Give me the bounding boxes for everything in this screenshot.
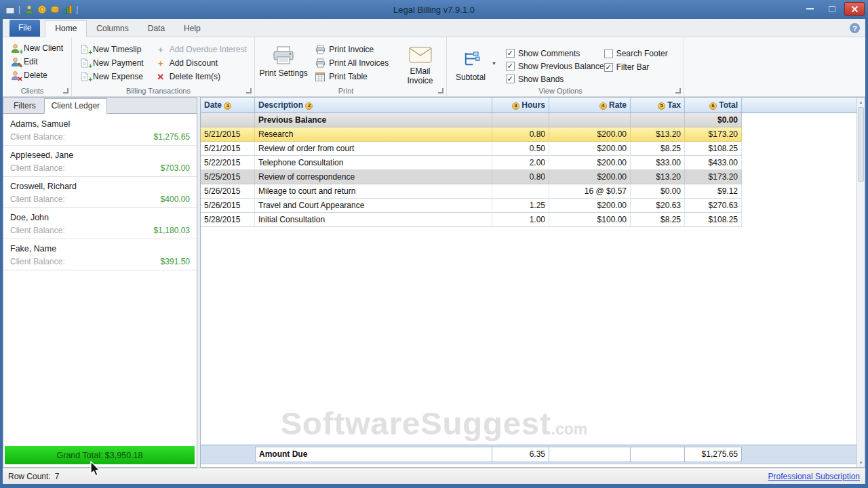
table-cell[interactable]: [201, 113, 255, 127]
edit-client-button[interactable]: ✎ Edit: [7, 55, 68, 68]
subtotal-dropdown-arrow-icon[interactable]: ▼: [492, 61, 496, 66]
help-icon[interactable]: ?: [850, 23, 860, 33]
table-cell[interactable]: 16 @ $0.57: [549, 184, 631, 199]
clients-dialog-launcher-icon[interactable]: [63, 88, 68, 94]
client-list-item[interactable]: Croswell, RichardClient Balance:$400.00: [3, 177, 197, 208]
table-cell[interactable]: Travel and Court Appearance: [255, 199, 492, 213]
table-cell[interactable]: $20.63: [631, 199, 685, 213]
column-header-description[interactable]: Description 2: [255, 98, 492, 113]
table-row[interactable]: 5/28/2015Initial Consultation1.00$100.00…: [201, 213, 856, 227]
table-cell[interactable]: 1.25: [492, 199, 549, 213]
table-row[interactable]: Previous Balance$0.00: [201, 113, 856, 127]
close-button[interactable]: [844, 2, 865, 16]
subtotal-button[interactable]: Subtotal: [451, 45, 490, 82]
checkbox-show-previous-balance[interactable]: ✓Show Previous Balance: [506, 60, 604, 73]
table-cell[interactable]: 5/21/2015: [201, 127, 255, 142]
table-cell[interactable]: $200.00: [549, 142, 631, 156]
client-list-item[interactable]: Appleseed, JaneClient Balance:$703.00: [3, 146, 197, 177]
scroll-up-arrow-icon[interactable]: ▲: [857, 98, 865, 106]
table-cell[interactable]: $8.25: [631, 142, 685, 156]
table-cell[interactable]: 2.00: [492, 156, 549, 170]
table-cell[interactable]: Review of correspondence: [255, 170, 492, 184]
table-cell[interactable]: $8.25: [631, 213, 685, 227]
table-row[interactable]: 5/25/2015Review of correspondence0.80$20…: [201, 170, 856, 184]
table-cell[interactable]: 5/26/2015: [201, 184, 255, 199]
table-cell[interactable]: $270.63: [685, 199, 742, 213]
qat-timeslip-icon[interactable]: [37, 5, 47, 15]
tab-data[interactable]: Data: [138, 21, 174, 37]
table-cell[interactable]: [631, 113, 685, 127]
delete-client-button[interactable]: ✕ Delete: [7, 68, 68, 82]
view-options-dialog-launcher-icon[interactable]: [675, 88, 681, 94]
table-cell[interactable]: Mileage to court and return: [255, 184, 492, 199]
table-cell[interactable]: $13.20: [631, 127, 685, 142]
print-dialog-launcher-icon[interactable]: [438, 88, 443, 94]
checkbox-search-footer[interactable]: Search Footer: [604, 47, 681, 60]
table-cell[interactable]: 5/22/2015: [201, 156, 255, 170]
add-overdue-interest-button[interactable]: + Add Overdue Interest: [153, 43, 252, 56]
qat-payment-icon[interactable]: [50, 5, 60, 15]
checkbox-filter-bar[interactable]: ✓Filter Bar: [604, 60, 681, 74]
column-header-tax[interactable]: 5 Tax: [631, 98, 685, 113]
print-all-invoices-button[interactable]: Print All Invoices: [312, 56, 397, 70]
table-cell[interactable]: 5/21/2015: [201, 142, 255, 156]
billing-dialog-launcher-icon[interactable]: [246, 88, 252, 94]
table-cell[interactable]: 1.00: [492, 213, 549, 227]
table-cell[interactable]: $200.00: [549, 156, 631, 170]
new-client-button[interactable]: + New Client: [7, 41, 68, 55]
table-cell[interactable]: Previous Balance: [255, 113, 492, 127]
table-row[interactable]: 5/26/2015Mileage to court and return16 @…: [201, 184, 856, 199]
checkbox-show-bands[interactable]: ✓Show Bands: [506, 73, 604, 85]
table-cell[interactable]: [549, 113, 631, 127]
print-invoice-button[interactable]: Print Invoice: [312, 43, 397, 56]
scroll-down-arrow-icon[interactable]: ▼: [857, 458, 865, 467]
print-settings-button[interactable]: Print Settings: [259, 41, 308, 85]
tab-file[interactable]: File: [9, 20, 40, 37]
column-header-hours[interactable]: 3 Hours: [492, 98, 549, 113]
table-row[interactable]: 5/21/2015Research0.80$200.00$13.20$173.2…: [201, 127, 856, 142]
table-cell[interactable]: $0.00: [631, 184, 685, 199]
app-icon[interactable]: [5, 5, 15, 15]
table-cell[interactable]: $33.00: [631, 156, 685, 170]
checkbox-box[interactable]: ✓: [506, 62, 515, 70]
delete-items-button[interactable]: ✕ Delete Item(s): [153, 70, 252, 83]
tab-filters[interactable]: Filters: [7, 99, 43, 113]
table-cell[interactable]: Initial Consultation: [255, 213, 492, 227]
tab-home[interactable]: Home: [45, 20, 87, 37]
table-cell[interactable]: [492, 184, 549, 199]
print-table-button[interactable]: Print Table: [312, 70, 397, 83]
email-invoice-button[interactable]: EMail Invoice: [397, 41, 443, 85]
table-row[interactable]: 5/21/2015Review of order from court0.50$…: [201, 142, 856, 156]
table-cell[interactable]: $173.20: [685, 127, 742, 142]
table-row[interactable]: 5/22/2015Telephone Consultation2.00$200.…: [201, 156, 856, 170]
table-cell[interactable]: $200.00: [549, 127, 631, 142]
table-cell[interactable]: [492, 113, 549, 127]
table-cell[interactable]: 0.80: [492, 170, 549, 184]
table-cell[interactable]: 0.50: [492, 142, 549, 156]
table-cell[interactable]: Review of order from court: [255, 142, 492, 156]
table-cell[interactable]: $433.00: [685, 156, 742, 170]
client-list-item[interactable]: Doe, JohnClient Balance:$1,180.03: [3, 208, 197, 239]
table-cell[interactable]: $9.12: [685, 184, 742, 199]
client-list-item[interactable]: Fake, NameClient Balance:$391.50: [3, 239, 197, 270]
new-expense-button[interactable]: + New Expense: [76, 70, 153, 83]
table-cell[interactable]: 0.80: [492, 127, 549, 142]
maximize-button[interactable]: [822, 2, 842, 16]
table-cell[interactable]: Research: [255, 127, 492, 142]
client-list-item[interactable]: Adams, SamuelClient Balance:$1,275.65: [3, 115, 197, 146]
scrollbar-thumb[interactable]: [858, 107, 864, 182]
tab-help[interactable]: Help: [174, 21, 210, 37]
checkbox-show-comments[interactable]: ✓Show Comments: [506, 47, 604, 60]
new-timeslip-button[interactable]: + New Timeslip: [76, 43, 153, 56]
column-header-total[interactable]: 6 Total: [685, 98, 742, 113]
table-row[interactable]: 5/26/2015Travel and Court Appearance1.25…: [201, 199, 856, 213]
qat-report-icon[interactable]: [62, 5, 73, 15]
table-cell[interactable]: $108.25: [685, 142, 742, 156]
table-cell[interactable]: Telephone Consultation: [255, 156, 492, 170]
checkbox-box[interactable]: [604, 49, 613, 58]
table-cell[interactable]: 5/26/2015: [201, 199, 255, 213]
checkbox-box[interactable]: ✓: [604, 63, 613, 72]
vertical-scrollbar[interactable]: ▲ ▼: [856, 98, 865, 467]
table-cell[interactable]: 5/28/2015: [201, 213, 255, 227]
table-cell[interactable]: $200.00: [549, 170, 631, 184]
